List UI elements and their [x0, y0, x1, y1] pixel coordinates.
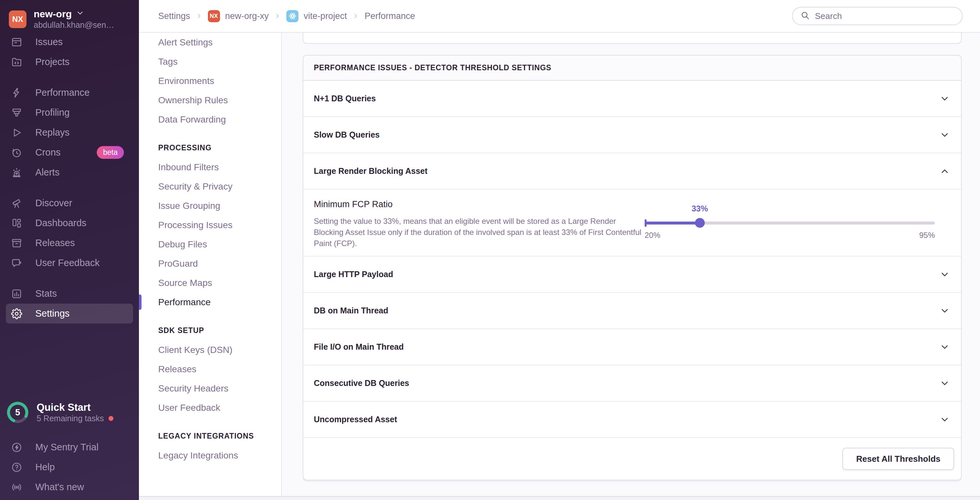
breadcrumb-settings[interactable]: Settings	[158, 11, 190, 21]
accordion-row-slow-db-queries[interactable]: Slow DB Queries	[303, 117, 961, 153]
chevron-down-icon	[939, 94, 950, 104]
nav-group-gap	[6, 72, 133, 83]
chevron-right-icon	[352, 13, 359, 20]
feedback-bubble-icon	[11, 257, 22, 268]
beta-badge: beta	[97, 146, 124, 159]
sidebar-item-projects[interactable]: Projects	[6, 52, 133, 72]
sidebar-item-discover[interactable]: Discover	[6, 193, 133, 213]
nav-group-gap	[6, 183, 133, 193]
archive-box-icon	[11, 238, 22, 249]
org-name: new-org	[34, 8, 72, 20]
org-badge: NX	[208, 10, 220, 22]
sidebar-item-settings[interactable]: Settings	[6, 303, 133, 324]
settings-nav-alert-settings[interactable]: Alert Settings	[139, 33, 281, 52]
settings-nav-data-forwarding[interactable]: Data Forwarding	[139, 110, 281, 129]
primary-sidebar: NX new-org abdullah.khan@sen… Issues Pro…	[0, 0, 139, 500]
sidebar-item-profiling[interactable]: Profiling	[6, 103, 133, 122]
settings-nav-debug-files[interactable]: Debug Files	[139, 235, 281, 254]
search-icon	[800, 11, 810, 21]
breadcrumb-page: Performance	[364, 11, 415, 21]
detector-threshold-panel: PERFORMANCE ISSUES - DETECTOR THRESHOLD …	[303, 55, 962, 480]
chevron-up-icon	[939, 166, 950, 176]
settings-nav-ownership-rules[interactable]: Ownership Rules	[139, 90, 281, 110]
previous-panel-remnant	[303, 33, 962, 44]
accordion-row-uncompressed-asset[interactable]: Uncompressed Asset	[303, 402, 961, 438]
settings-nav-user-feedback[interactable]: User Feedback	[139, 398, 281, 417]
nav-group-gap	[6, 273, 133, 284]
sidebar-nav: Issues Projects Performance Profiling Re…	[6, 32, 133, 324]
chevron-down-icon	[939, 130, 950, 140]
chevron-down-icon	[939, 306, 950, 316]
settings-nav-source-maps[interactable]: Source Maps	[139, 273, 281, 292]
settings-nav-inbound-filters[interactable]: Inbound Filters	[139, 157, 281, 177]
org-avatar: NX	[9, 11, 27, 28]
sidebar-item-releases[interactable]: Releases	[6, 233, 133, 253]
help-icon	[11, 462, 22, 473]
breadcrumb-project[interactable]: vite-project	[286, 10, 347, 22]
breadcrumb-organization[interactable]: NX new-org-xy	[208, 10, 269, 22]
settings-nav-legacy-integrations[interactable]: Legacy Integrations	[139, 446, 281, 465]
sidebar-item-user-feedback[interactable]: User Feedback	[6, 253, 133, 273]
slider-fill	[644, 222, 700, 224]
chevron-down-icon	[939, 269, 950, 280]
accordion-row-large-render-blocking-asset[interactable]: Large Render Blocking Asset	[303, 153, 961, 189]
bar-chart-icon	[11, 288, 22, 299]
slider-start-tick	[644, 219, 647, 227]
broadcast-icon	[11, 482, 22, 493]
quick-start-card[interactable]: 5 Quick Start 5 Remaining tasks	[6, 401, 133, 424]
settings-secondary-nav: Alert Settings Tags Environments Ownersh…	[139, 33, 282, 496]
slider-track[interactable]	[644, 222, 935, 224]
sidebar-item-replays[interactable]: Replays	[6, 122, 133, 143]
accordion-row-n-plus-one-db-queries[interactable]: N+1 DB Queries	[303, 81, 961, 117]
search-box[interactable]	[792, 7, 963, 25]
slider-min-label: 20%	[644, 231, 660, 240]
notification-dot	[108, 416, 113, 421]
sidebar-item-help[interactable]: Help	[6, 457, 133, 477]
quick-start-title: Quick Start	[37, 401, 113, 413]
main-content: PERFORMANCE ISSUES - DETECTOR THRESHOLD …	[282, 33, 980, 496]
quick-start-progress-ring: 5	[6, 401, 29, 424]
issues-icon	[11, 37, 22, 48]
flamegraph-icon	[11, 107, 22, 118]
search-input[interactable]	[815, 11, 954, 21]
fcp-ratio-slider: 33% 20% 95%	[644, 189, 935, 256]
quick-start-count: 5	[6, 401, 29, 424]
sidebar-item-dashboards[interactable]: Dashboards	[6, 213, 133, 233]
page-bottom-strip	[139, 496, 980, 500]
settings-nav-environments[interactable]: Environments	[139, 71, 281, 90]
settings-nav-issue-grouping[interactable]: Issue Grouping	[139, 196, 281, 215]
settings-nav-header-processing: PROCESSING	[139, 138, 281, 157]
large-render-blocking-asset-detail: Minimum FCP Ratio Setting the value to 3…	[303, 189, 961, 257]
panel-header: PERFORMANCE ISSUES - DETECTOR THRESHOLD …	[303, 56, 961, 81]
folder-code-icon	[11, 57, 22, 68]
settings-nav-tags[interactable]: Tags	[139, 52, 281, 71]
settings-nav-processing-issues[interactable]: Processing Issues	[139, 215, 281, 235]
chevron-right-icon	[274, 13, 281, 20]
org-switcher[interactable]: NX new-org abdullah.khan@sen…	[9, 8, 134, 30]
sidebar-item-issues[interactable]: Issues	[6, 32, 133, 52]
settings-nav-proguard[interactable]: ProGuard	[139, 254, 281, 273]
org-user-email: abdullah.khan@sen…	[34, 20, 114, 30]
accordion-row-large-http-payload[interactable]: Large HTTP Payload	[303, 257, 961, 293]
accordion-row-consecutive-db-queries[interactable]: Consecutive DB Queries	[303, 365, 961, 402]
settings-nav-security-headers[interactable]: Security Headers	[139, 379, 281, 398]
chevron-down-icon	[939, 414, 950, 425]
accordion-row-db-on-main-thread[interactable]: DB on Main Thread	[303, 293, 961, 329]
dashboard-grid-icon	[11, 217, 22, 229]
sidebar-item-stats[interactable]: Stats	[6, 284, 133, 303]
settings-nav-performance[interactable]: Performance	[139, 292, 281, 312]
react-project-icon	[286, 10, 298, 22]
sidebar-item-performance[interactable]: Performance	[6, 83, 133, 103]
sidebar-item-my-sentry-trial[interactable]: My Sentry Trial	[6, 437, 133, 457]
accordion-row-file-io-on-main-thread[interactable]: File I/O on Main Thread	[303, 329, 961, 365]
sidebar-footer: My Sentry Trial Help What's new	[6, 437, 133, 497]
chevron-down-icon	[939, 342, 950, 352]
settings-nav-releases[interactable]: Releases	[139, 359, 281, 379]
sidebar-item-crons[interactable]: Crons beta	[6, 143, 133, 162]
reset-all-thresholds-button[interactable]: Reset All Thresholds	[842, 448, 954, 470]
slider-thumb[interactable]	[695, 218, 705, 228]
sidebar-item-alerts[interactable]: Alerts	[6, 162, 133, 183]
settings-nav-security-privacy[interactable]: Security & Privacy	[139, 177, 281, 196]
settings-nav-client-keys[interactable]: Client Keys (DSN)	[139, 340, 281, 359]
sidebar-item-whats-new[interactable]: What's new	[6, 477, 133, 497]
